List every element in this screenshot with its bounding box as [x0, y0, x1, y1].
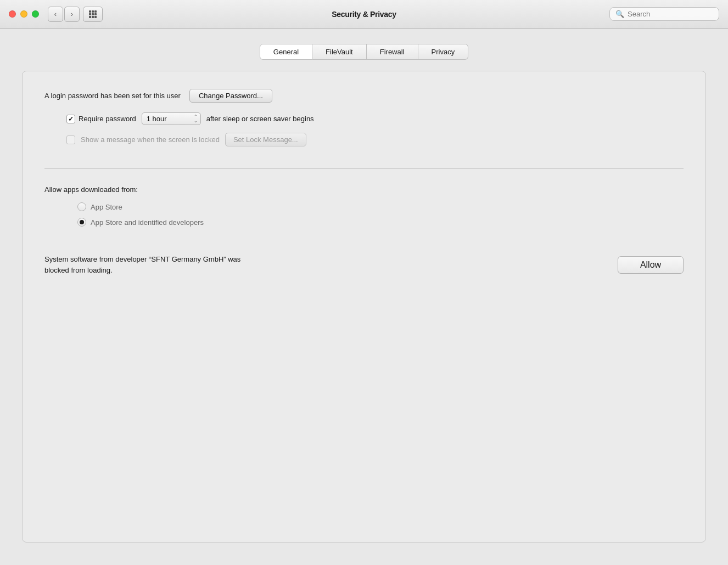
require-password-checkbox[interactable]	[66, 115, 75, 123]
allow-button[interactable]: Allow	[618, 256, 684, 274]
tabs: General FileVault Firewall Privacy	[22, 44, 706, 60]
app-store-developers-radio-label: App Store and identified developers	[91, 218, 204, 227]
search-box[interactable]: 🔍	[609, 7, 719, 21]
titlebar: ‹ › Security & Privacy 🔍	[0, 0, 728, 29]
change-password-button[interactable]: Change Password...	[189, 89, 272, 103]
window-title: Security & Privacy	[332, 10, 396, 19]
app-store-radio[interactable]	[77, 202, 86, 211]
grid-icon	[89, 10, 97, 18]
require-password-label: Require password	[79, 115, 136, 123]
back-button[interactable]: ‹	[48, 7, 63, 22]
system-software-text: System software from developer “SFNT Ger…	[44, 254, 240, 275]
set-lock-message-button[interactable]: Set Lock Message...	[225, 133, 306, 146]
grid-view-button[interactable]	[83, 7, 103, 22]
close-button[interactable]	[9, 10, 16, 18]
tab-firewall[interactable]: Firewall	[367, 44, 418, 60]
section-divider	[44, 168, 684, 169]
tab-filevault[interactable]: FileVault	[312, 44, 367, 60]
tab-general[interactable]: General	[260, 44, 312, 60]
app-store-radio-label: App Store	[91, 203, 122, 211]
radio-group: App Store App Store and identified devel…	[77, 202, 684, 227]
lock-message-row: Show a message when the screen is locked…	[66, 133, 684, 146]
minimize-button[interactable]	[20, 10, 27, 18]
main-content: General FileVault Firewall Privacy A log…	[0, 29, 728, 558]
system-software-text-line1: System software from developer “SFNT Ger…	[44, 255, 240, 263]
app-store-developers-radio[interactable]	[77, 218, 86, 227]
app-store-developers-radio-row: App Store and identified developers	[77, 218, 684, 227]
system-software-row: System software from developer “SFNT Ger…	[44, 254, 684, 275]
nav-buttons: ‹ ›	[48, 7, 80, 22]
forward-button[interactable]: ›	[64, 7, 80, 22]
system-software-text-line2: blocked from loading.	[44, 266, 113, 274]
require-password-checkbox-container: Require password	[66, 115, 136, 123]
settings-panel: A login password has been set for this u…	[22, 71, 706, 543]
app-store-radio-row: App Store	[77, 202, 684, 211]
search-icon: 🔍	[615, 10, 624, 18]
maximize-button[interactable]	[32, 10, 39, 18]
after-sleep-label: after sleep or screen saver begins	[206, 115, 314, 123]
password-row: A login password has been set for this u…	[44, 89, 684, 103]
traffic-lights	[9, 10, 39, 18]
lock-message-checkbox[interactable]	[66, 135, 75, 144]
password-label: A login password has been set for this u…	[44, 92, 181, 100]
search-input[interactable]	[628, 10, 713, 18]
lock-message-label: Show a message when the screen is locked	[81, 135, 220, 144]
allow-apps-label: Allow apps downloaded from:	[44, 185, 684, 194]
require-password-row: Require password immediately 5 seconds 1…	[66, 112, 684, 125]
password-timing-select[interactable]: immediately 5 seconds 1 minute 5 minutes…	[142, 112, 201, 125]
password-timing-select-wrapper: immediately 5 seconds 1 minute 5 minutes…	[142, 112, 201, 125]
tab-privacy[interactable]: Privacy	[418, 44, 469, 60]
